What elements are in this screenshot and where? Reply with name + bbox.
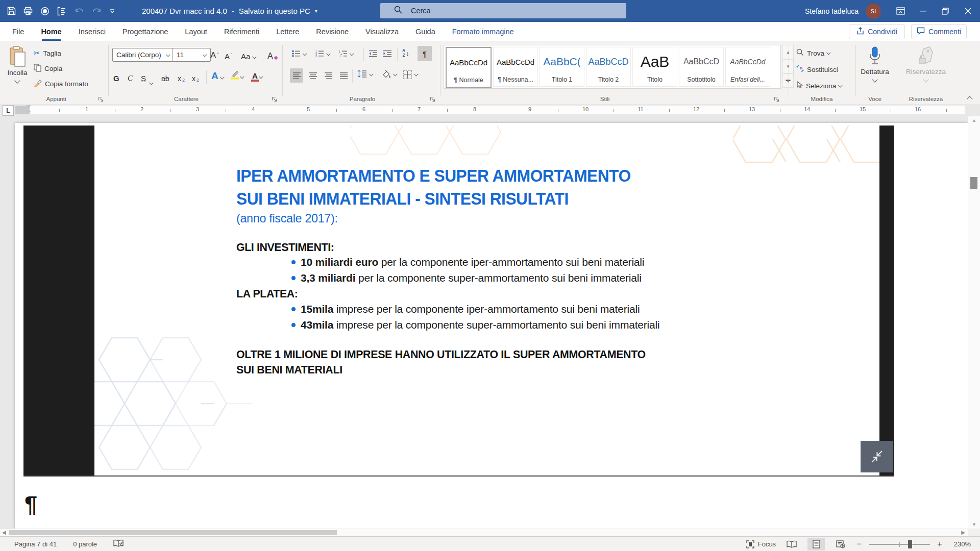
- sensitivity-dropdown-icon[interactable]: [923, 77, 928, 82]
- font-name-combobox[interactable]: Calibri (Corpo): [112, 48, 174, 62]
- proofing-icon[interactable]: [113, 539, 124, 549]
- image-collapse-button[interactable]: [861, 441, 893, 472]
- cut-button[interactable]: ✂ Taglia: [34, 47, 61, 59]
- decrease-indent-button[interactable]: [369, 48, 378, 60]
- document-title[interactable]: 200407 Dvr macc ind 4.0 - Salvato in que…: [142, 0, 317, 22]
- line-spacing-button[interactable]: [357, 68, 373, 81]
- bullets-dropdown-icon[interactable]: [303, 52, 307, 56]
- word-count[interactable]: 0 parole: [73, 540, 97, 548]
- align-left-button[interactable]: [290, 68, 303, 83]
- style-sottotitolo[interactable]: AaBbCcD Sottotitolo: [679, 47, 724, 87]
- document-page[interactable]: IPER AMMORTAMENTO E SUPER AMMORTAMENTO S…: [15, 123, 968, 529]
- tab-inserisci[interactable]: Inserisci: [79, 22, 106, 41]
- tab-progettazione[interactable]: Progettazione: [122, 22, 168, 41]
- style-nessuna-spaziatura[interactable]: AaBbCcDd ¶ Nessuna...: [493, 47, 538, 87]
- copy-button[interactable]: Copia: [34, 62, 62, 74]
- show-formatting-button[interactable]: ¶: [418, 46, 432, 61]
- find-button[interactable]: Trova: [796, 47, 830, 59]
- underline-button[interactable]: S: [141, 70, 146, 83]
- format-painter-button[interactable]: Copia formato: [34, 78, 88, 90]
- text-effects-button[interactable]: A: [211, 69, 224, 82]
- shading-button[interactable]: [382, 68, 397, 81]
- zoom-out-button[interactable]: −: [856, 539, 862, 549]
- zoom-slider-thumb[interactable]: [908, 540, 912, 548]
- user-name[interactable]: Stefano Iadeluca: [805, 7, 859, 15]
- zoom-level[interactable]: 230%: [949, 540, 971, 548]
- tab-file[interactable]: File: [12, 22, 24, 41]
- title-dropdown-icon[interactable]: ▾: [315, 8, 317, 14]
- focus-mode-button[interactable]: Focus: [746, 540, 776, 548]
- align-right-button[interactable]: [322, 68, 335, 83]
- embedded-slide-image[interactable]: IPER AMMORTAMENTO E SUPER AMMORTAMENTO S…: [23, 126, 894, 477]
- style-normale[interactable]: AaBbCcDd ¶ Normale: [446, 47, 492, 88]
- zoom-slider[interactable]: [869, 544, 930, 545]
- tab-revisione[interactable]: Revisione: [316, 22, 349, 41]
- horizontal-scroll-thumb[interactable]: [9, 530, 337, 535]
- increase-indent-button[interactable]: [383, 48, 392, 60]
- horizontal-scrollbar[interactable]: ◀ ▶: [0, 529, 968, 537]
- numbering-dropdown-icon[interactable]: [326, 52, 330, 56]
- font-size-combobox[interactable]: 11: [173, 48, 211, 62]
- styles-more-icon[interactable]: ▬▾: [782, 73, 794, 88]
- style-titolo[interactable]: AaB Titolo: [632, 47, 677, 87]
- tab-selector[interactable]: L: [3, 105, 14, 116]
- clipboard-dialog-launcher-icon[interactable]: [98, 95, 105, 102]
- horizontal-ruler[interactable]: 1 2 3 4 5 6 7 8 9 10 11 12 13 14 15 16: [15, 106, 965, 114]
- restore-button[interactable]: [934, 0, 957, 22]
- font-dialog-launcher-icon[interactable]: [272, 95, 279, 102]
- print-layout-button[interactable]: [807, 538, 825, 550]
- line-spacing-dropdown-icon[interactable]: [369, 72, 373, 76]
- style-enfasi-delicata[interactable]: AaBbCcDd Enfasi deli...: [725, 47, 770, 87]
- change-case-button[interactable]: Aa: [241, 48, 256, 61]
- borders-dropdown-icon[interactable]: [414, 72, 418, 76]
- style-titolo-1[interactable]: AaBbC( Titolo 1: [540, 47, 584, 87]
- sensitivity-button[interactable]: Riservatezza: [901, 46, 950, 82]
- paste-button[interactable]: Incolla: [5, 46, 30, 83]
- replace-button[interactable]: b Sostituisci: [796, 63, 838, 76]
- paste-dropdown-icon[interactable]: [14, 78, 20, 83]
- tab-home[interactable]: Home: [41, 22, 61, 41]
- search-input[interactable]: [410, 6, 575, 15]
- first-line-indent-marker[interactable]: [26, 105, 31, 109]
- customize-qat-icon[interactable]: [110, 9, 115, 13]
- styles-scroll-up-icon[interactable]: ▴: [782, 45, 794, 59]
- style-titolo-2[interactable]: AaBbCcD Titolo 2: [586, 47, 631, 87]
- paragraph-dialog-launcher-icon[interactable]: [430, 95, 437, 102]
- justify-button[interactable]: [337, 68, 350, 83]
- sort-button[interactable]: AZ↓: [402, 47, 409, 59]
- collapse-ribbon-icon[interactable]: [968, 94, 974, 100]
- outline-list-icon[interactable]: [57, 7, 66, 16]
- scroll-right-icon[interactable]: ▶: [961, 530, 965, 535]
- document-canvas[interactable]: IPER AMMORTAMENTO E SUPER AMMORTAMENTO S…: [0, 116, 980, 529]
- select-button[interactable]: Seleziona: [796, 80, 842, 92]
- multilevel-list-button[interactable]: 1ai: [339, 48, 354, 60]
- dictate-dropdown-icon[interactable]: [872, 77, 877, 82]
- bullets-button[interactable]: [292, 48, 307, 60]
- tab-layout[interactable]: Layout: [185, 22, 207, 41]
- search-box[interactable]: [380, 3, 626, 18]
- grow-font-button[interactable]: Aˆ: [210, 48, 218, 61]
- print-icon[interactable]: [23, 7, 33, 15]
- shrink-font-button[interactable]: Aˇ: [225, 48, 232, 61]
- web-layout-button[interactable]: [832, 538, 849, 550]
- ribbon-display-options-icon[interactable]: [889, 0, 912, 22]
- vertical-scrollbar[interactable]: ▲ ▼: [968, 116, 980, 529]
- comments-button[interactable]: Commenti: [911, 24, 967, 39]
- dictate-button[interactable]: Dettatura: [859, 46, 891, 82]
- find-dropdown-icon[interactable]: [826, 51, 830, 55]
- touch-mode-icon[interactable]: [40, 7, 50, 16]
- align-center-button[interactable]: [306, 68, 320, 83]
- scroll-up-icon[interactable]: ▲: [968, 118, 980, 123]
- bold-button[interactable]: G: [113, 70, 119, 83]
- undo-icon[interactable]: [74, 7, 84, 15]
- numbering-button[interactable]: 123: [315, 48, 330, 60]
- highlight-button[interactable]: [231, 69, 244, 82]
- tab-formato-immagine[interactable]: Formato immagine: [452, 22, 514, 41]
- zoom-in-button[interactable]: +: [937, 539, 942, 549]
- minimize-button[interactable]: [912, 0, 934, 22]
- select-dropdown-icon[interactable]: [838, 83, 842, 87]
- superscript-button[interactable]: x2: [192, 70, 199, 83]
- page-indicator[interactable]: Pagina 7 di 41: [14, 540, 57, 548]
- font-color-button[interactable]: A: [251, 69, 263, 82]
- italic-button[interactable]: C: [128, 70, 133, 83]
